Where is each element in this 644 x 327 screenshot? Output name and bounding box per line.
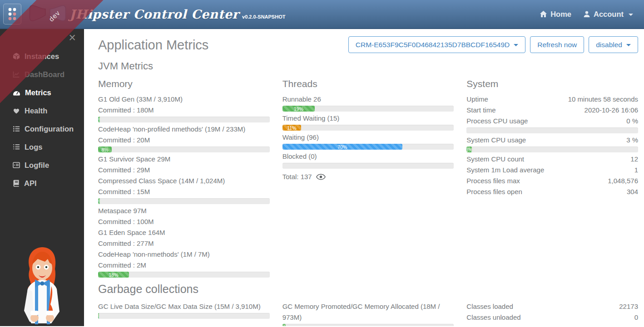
grid-dots-icon: [6, 6, 18, 22]
thread-state-label: Waiting (96): [282, 132, 454, 143]
progress-fill: 1%: [98, 117, 100, 122]
caret-down-icon: [626, 44, 631, 46]
cube-icon: [13, 53, 20, 60]
system-row-label: System 1m Load average: [466, 165, 544, 176]
system-row-value: 3 %: [626, 135, 638, 146]
system-row-value: 304: [627, 186, 638, 197]
progress-bar: 0%: [98, 313, 270, 319]
refresh-now-button[interactable]: Refresh now: [530, 36, 584, 53]
sidebar-item-label: Metrics: [25, 88, 51, 97]
instance-selector-label: CRM-E653F9C5F0D46842135D7BBCDF16549D: [356, 41, 510, 49]
classes-row: Classes loaded 22173: [466, 301, 638, 312]
sidebar-item-dashboard[interactable]: DashBoard: [0, 65, 84, 83]
progress-bar: 19%: [282, 106, 454, 112]
system-row-value: 10 minutes 58 seconds: [568, 94, 638, 105]
refresh-rate-dropdown[interactable]: disabled: [589, 36, 638, 53]
home-icon: [540, 10, 547, 18]
brand-title[interactable]: JHipster Control Center: [69, 7, 239, 21]
sidebar-close-icon[interactable]: ×: [69, 32, 76, 44]
system-row: System 1m Load average 1: [466, 165, 638, 176]
threads-total: Total: 137: [282, 171, 312, 182]
memory-heading: Memory: [98, 78, 270, 89]
account-menu[interactable]: Account: [583, 10, 633, 19]
progress-bar: 1%: [98, 198, 270, 204]
system-row-label: Process files open: [466, 186, 522, 197]
gc-metric-label: GC Live Data Size/GC Max Data Size (15M …: [98, 301, 270, 312]
classes-row: Classes unloaded 0: [466, 312, 638, 323]
progress-bar: [282, 163, 454, 169]
progress-bar: [466, 127, 638, 133]
system-row: Start time 2020-10-26 16:06: [466, 105, 638, 116]
memory-pool-committed: Committed : 2M: [98, 260, 270, 271]
progress-fill: 19%: [282, 106, 315, 112]
sidebar-item-label: Instances: [25, 52, 59, 61]
refresh-now-label: Refresh now: [537, 41, 577, 49]
progress-bar: 11%: [282, 125, 454, 131]
memory-pool-name: G1 Old Gen (33M / 3,910M): [98, 94, 270, 105]
system-row-label: Start time: [466, 105, 495, 116]
system-row-label: Process files max: [466, 176, 520, 186]
page-title: Application Metrics: [98, 37, 208, 53]
apps-grid-icon[interactable]: [3, 4, 21, 24]
progress-fill: 3%: [466, 146, 471, 152]
sidebar-item-health[interactable]: Health: [0, 102, 84, 120]
instance-selector-dropdown[interactable]: CRM-E653F9C5F0D46842135D7BBCDF16549D: [348, 36, 525, 53]
system-row-label: System CPU count: [466, 154, 524, 165]
system-row: Process files open 304: [466, 186, 638, 197]
home-link[interactable]: Home: [540, 10, 571, 19]
sidebar-item-label: DashBoard: [25, 70, 64, 79]
gc-promoted-column: GC Memory Promoted/GC Memory Allocated (…: [282, 301, 454, 326]
sidebar-item-instances[interactable]: Instances: [0, 47, 84, 65]
sidebar-item-logs[interactable]: Logs: [0, 138, 84, 156]
system-row-value: 1: [634, 165, 638, 176]
version-label: v0.2.0-SNAPSHOT: [242, 14, 285, 20]
refresh-rate-label: disabled: [596, 41, 622, 49]
memory-pool-name: CodeHeap 'non-nmethods' (1M / 7M): [98, 249, 270, 260]
progress-fill: 8%: [98, 146, 112, 152]
threads-column: Threads Runnable 26 19% Timed Waiting (1…: [282, 78, 454, 279]
memory-column: Memory G1 Old Gen (33M / 3,910M) Committ…: [98, 78, 270, 279]
memory-pool-committed: Committed : 180M: [98, 105, 270, 116]
progress-bar: 3%: [466, 146, 638, 152]
sidebar-item-metrics[interactable]: Metrics: [0, 83, 84, 102]
home-label: Home: [550, 10, 571, 19]
memory-pool-name: G1 Survivor Space 29M: [98, 154, 270, 165]
progress-fill: 70%: [282, 144, 402, 150]
sidebar-item-label: Logfile: [25, 161, 49, 170]
progress-bar: 2%: [282, 324, 454, 326]
sidebar: × Instances DashBoard: [0, 29, 84, 326]
memory-pool-committed: Committed : 29M: [98, 165, 270, 176]
system-row-value: 1,048,576: [608, 176, 638, 186]
system-column: System Uptime 10 minutes 58 seconds Star…: [466, 78, 638, 279]
jhipster-bowtie-logo[interactable]: [29, 3, 67, 25]
progress-bar: 8%: [98, 146, 270, 152]
threads-heading: Threads: [282, 78, 454, 89]
classes-row-value: 0: [634, 312, 638, 323]
system-row: Process files max 1,048,576: [466, 176, 638, 186]
system-row-value: 12: [630, 154, 638, 165]
system-row-label: System CPU usage: [466, 135, 526, 146]
tachometer-icon: [13, 89, 20, 96]
memory-pool-committed: Committed : 277M: [98, 238, 270, 249]
sidebar-item-label: Logs: [25, 143, 42, 151]
system-row: Process CPU usage 0 %: [466, 116, 638, 127]
memory-pool-committed: Committed : 20M: [98, 135, 270, 146]
caret-down-icon: [629, 14, 633, 16]
system-row: System CPU usage 3 %: [466, 135, 638, 146]
file-list-icon: [13, 161, 20, 169]
sidebar-item-label: Health: [25, 107, 47, 115]
gc-metric-label: GC Memory Promoted/GC Memory Allocated (…: [282, 301, 454, 323]
classes-row-label: Classes unloaded: [466, 312, 520, 323]
classes-row-value: 22173: [619, 301, 638, 312]
sidebar-item-logfile[interactable]: Logfile: [0, 156, 84, 174]
caret-down-icon: [514, 44, 518, 46]
sidebar-item-api[interactable]: API: [0, 174, 84, 192]
memory-pool-name: Compressed Class Space (14M / 1,024M): [98, 176, 270, 186]
sidebar-item-configuration[interactable]: Configuration: [0, 120, 84, 138]
metrics-controls: CRM-E653F9C5F0D46842135D7BBCDF16549D Ref…: [348, 36, 638, 53]
account-label: Account: [594, 10, 624, 19]
main-content: Application Metrics CRM-E653F9C5F0D46842…: [84, 29, 644, 326]
user-icon: [583, 10, 590, 18]
system-heading: System: [466, 78, 638, 89]
eye-icon[interactable]: [316, 174, 326, 180]
